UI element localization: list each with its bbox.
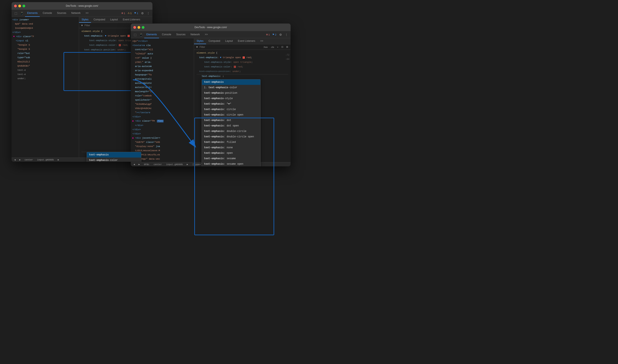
tab-console-front[interactable]: Console [160, 31, 173, 38]
dom-line[interactable]: type="sub [12, 55, 79, 60]
device-icon[interactable]: 📱 [19, 11, 24, 16]
tab-elements-back[interactable]: Elements [25, 10, 40, 17]
dom-line-front[interactable]: rch" value j [131, 56, 194, 60]
cls-btn-front[interactable]: .cls [270, 45, 275, 49]
dom-line[interactable]: IAxUqWUEAHQU4 [12, 26, 79, 30]
subtab-events-front[interactable]: Event Listeners [235, 38, 258, 44]
subtab-layout-front[interactable]: Layout [223, 38, 235, 44]
dom-line[interactable]: 8pb" data-ved [12, 22, 79, 26]
dom-line-front[interactable]: "></textare [131, 110, 194, 115]
filter-input-back[interactable] [84, 24, 133, 27]
minimize-button-front[interactable] [137, 26, 140, 29]
dom-line-front[interactable]: "display:none" jsa [131, 144, 194, 148]
ac-item-back[interactable]: text-emphasis [87, 152, 141, 157]
status-9fbc[interactable]: 9FBc [143, 163, 151, 166]
icon-btn-1[interactable]: ⊡ [280, 45, 284, 49]
subtab-styles-back[interactable]: Styles [79, 17, 91, 23]
dom-line-front[interactable]: "UUbT9" class="UUb [131, 140, 194, 144]
nav-back-btn-front[interactable]: ◀ [133, 163, 136, 166]
inspect-icon-front[interactable]: ⬚ [133, 32, 137, 37]
dom-line[interactable]: text-e [12, 68, 79, 72]
tab-more-back[interactable]: >> [83, 10, 91, 17]
tab-network-front[interactable]: Network [188, 31, 202, 38]
subtab-computed-front[interactable]: Computed [206, 38, 223, 44]
ac-item-front-14[interactable]: text-emphasis: sesame [202, 156, 260, 161]
nav-right-btn-front[interactable]: ▶ [186, 163, 189, 166]
css-property-2-front[interactable]: text-emphasis-style: open triangle; [194, 60, 291, 65]
dom-line-front[interactable]: </div> [131, 128, 194, 132]
ac-item-front-10[interactable]: text-emphasis: double-circle open [202, 134, 260, 140]
subtab-more-front[interactable]: >> [258, 38, 266, 44]
ac-input-front[interactable]: text-emphasis: ; [197, 74, 288, 78]
dom-line-front[interactable]: haspopup="fa [131, 73, 194, 77]
hov-btn-front[interactable]: :hov [262, 45, 269, 49]
dom-line[interactable]: <input cl [12, 39, 79, 43]
more-icon-front[interactable]: ⋮ [284, 32, 289, 37]
ac-item-back[interactable]: text-emphasis-color [87, 157, 141, 162]
dom-line[interactable]: ▼ <div class="F [12, 34, 79, 39]
more-icon-back[interactable]: ⋮ [146, 11, 151, 16]
settings-icon-front[interactable]: ⚙ [278, 32, 283, 37]
close-button-back[interactable] [14, 5, 17, 7]
ac-item-front-4[interactable]: text-emphasis: "❤" [202, 101, 260, 107]
dom-line[interactable]: text-e [12, 72, 79, 77]
dom-line[interactable]: Q4dUDCBs" [12, 64, 79, 68]
tab-console-back[interactable]: Console [41, 10, 54, 17]
tab-elements-front[interactable]: Elements [144, 31, 159, 38]
status-center-front[interactable]: center [152, 163, 163, 166]
dom-line-front[interactable]: role="combob [131, 94, 194, 98]
dom-line[interactable]: "Google S [12, 47, 79, 51]
subtab-events-back[interactable]: Event Listeners [120, 17, 143, 23]
dom-line-front[interactable]: spellcheck=" [131, 98, 194, 102]
subtab-layout-back[interactable]: Layout [108, 17, 120, 23]
dom-line-front[interactable]: VOGcQS4UDCAc [131, 106, 194, 110]
minimize-button-back[interactable] [18, 5, 21, 7]
dom-line[interactable]: role="but [12, 51, 79, 55]
dom-line-front[interactable]: </div> [131, 132, 194, 136]
nav-right-btn[interactable]: ▶ [57, 158, 60, 162]
dom-line-front[interactable]: maxlength="2( [131, 90, 194, 94]
settings-icon-back[interactable]: ⚙ [140, 11, 145, 16]
ac-item-front-13[interactable]: text-emphasis: open [202, 150, 260, 156]
dom-line[interactable]: KEwjS1ZLI [12, 60, 79, 64]
css-property-3-front[interactable]: text-emphasis-color: red; [194, 65, 291, 69]
ac-item-front-15[interactable]: text-emphasis: sesame open [202, 161, 260, 166]
add-rule-btn-front[interactable]: + [276, 45, 279, 49]
ac-item-front-8[interactable]: text-emphasis: dot open [202, 123, 260, 129]
ac-item-front-6[interactable]: text-emphasis: circle open [202, 112, 260, 118]
tab-sources-back[interactable]: Sources [55, 10, 68, 17]
nav-fwd-btn-front[interactable]: ▶ [137, 163, 141, 166]
dom-line[interactable]: </div> [12, 30, 79, 34]
dom-line-front[interactable]: cQv"></div> [131, 39, 194, 43]
maximize-button-front[interactable] [142, 26, 144, 29]
ac-item-front-7[interactable]: text-emphasis: dot [202, 118, 260, 123]
nav-back-btn[interactable]: ◀ [13, 158, 17, 162]
dom-line-front[interactable]: <textarea cla [131, 43, 194, 48]
css-property-1-front[interactable]: text-emphasis: ▼ triangle open red; [194, 55, 291, 60]
dom-line-front[interactable]: </div> [131, 115, 194, 119]
tab-sources-front[interactable]: Sources [174, 31, 188, 38]
ac-item-front-12[interactable]: text-emphasis: none [202, 145, 260, 150]
ac-item-front-11[interactable]: text-emphasis: filled [202, 140, 260, 145]
maximize-button-back[interactable] [23, 5, 25, 7]
ac-item-front-3[interactable]: text-emphasis-style [202, 96, 260, 101]
close-button-front[interactable] [133, 26, 136, 29]
dom-line-front[interactable]: aria-autocom [131, 64, 194, 68]
dom-line-front[interactable]: "0cbUKEwiggf [131, 102, 194, 106]
ac-item-front-2[interactable]: text-emphasis-position [202, 90, 260, 96]
dom-line-front[interactable]: ▶ <div class="fM flex [131, 119, 194, 123]
dom-line-front[interactable]: </div> [131, 123, 194, 128]
icon-btn-2[interactable]: ⊞ [285, 45, 289, 49]
dom-line[interactable]: under; [12, 77, 79, 81]
inspect-icon[interactable]: ⬚ [13, 11, 18, 16]
dom-line-front[interactable]: autocomplete [131, 81, 194, 85]
status-selector-front[interactable]: input.gNO89b [165, 163, 184, 166]
tab-more-front[interactable]: >> [203, 31, 210, 38]
status-selector[interactable]: input.gNO89b [36, 159, 55, 161]
dom-line[interactable]: "Google S [12, 43, 79, 47]
device-icon-front[interactable]: 📱 [138, 32, 143, 37]
dom-line-front[interactable]: ▶ <div jscontroller= [131, 136, 194, 140]
filter-input-front[interactable] [200, 46, 261, 49]
dom-line-front[interactable]: autocorrect= [131, 85, 194, 90]
ac-item-front-0[interactable]: text-emphasis [202, 79, 260, 85]
